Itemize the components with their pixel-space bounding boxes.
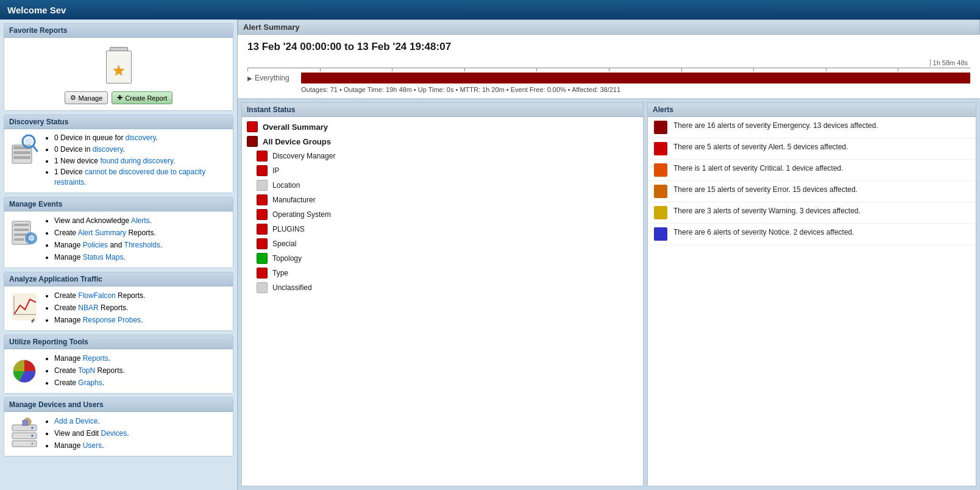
manufacturer-indicator [257, 194, 268, 205]
status-item-special[interactable]: Special [242, 236, 643, 251]
discovery-icon [9, 133, 40, 168]
reporting-tools-header: Utilize Reporting Tools [4, 335, 233, 349]
topology-label: Topology [272, 254, 302, 263]
discovery-link-1[interactable]: discovery [126, 133, 156, 142]
everything-stats: Outages: 71 • Outage Time: 19h 48m • Up … [247, 86, 970, 93]
discovery-link-2[interactable]: discovery [93, 145, 123, 154]
plugins-label: PLUGINS [272, 225, 305, 233]
status-item-discovery-mgr[interactable]: Discovery Manager [242, 149, 643, 163]
reporting-tools-text: Manage Reports. Create TopN Reports. Cre… [44, 353, 125, 389]
topn-link[interactable]: TopN [78, 366, 95, 375]
type-indicator [257, 268, 268, 279]
tick-2 [320, 68, 392, 71]
svg-rect-8 [14, 224, 29, 226]
topology-indicator [257, 253, 268, 264]
tick-9 [826, 68, 898, 71]
bottom-right: Instant Status Overall Summary All Devic… [238, 99, 980, 490]
status-item-plugins[interactable]: PLUGINS [242, 222, 643, 236]
favorite-reports-icon: ★ [101, 44, 137, 87]
status-item-all-groups[interactable]: All Device Groups [242, 134, 643, 149]
notice-text: There are 6 alerts of severity Notice. 2… [673, 227, 854, 238]
timeline-time-label: 1h 58m 48s [247, 59, 970, 66]
os-indicator [257, 209, 268, 220]
discovery-status-body: 0 Device in queue for discovery. 0 Devic… [4, 129, 233, 193]
cannot-discover-link[interactable]: cannot be discovered due to capacity res… [54, 168, 205, 186]
devices-link[interactable]: Devices [101, 429, 127, 438]
alert-item-emergency: There are 16 alerts of severity Emergenc… [648, 117, 976, 138]
status-item-ip[interactable]: IP [242, 163, 643, 178]
emergency-text: There are 16 alerts of severity Emergenc… [673, 121, 878, 131]
unclassified-indicator [257, 282, 268, 293]
users-link[interactable]: Users [83, 441, 102, 450]
overall-label: Overall Summary [263, 122, 328, 132]
status-item-location[interactable]: Location [242, 178, 643, 193]
graphs-link[interactable]: Graphs [78, 378, 102, 387]
nbar-link[interactable]: NBAR [78, 304, 98, 312]
alerts-header: Alerts [648, 103, 976, 117]
reports-link[interactable]: Reports [83, 354, 108, 363]
status-item-unclassified[interactable]: Unclassified [242, 280, 643, 295]
manage-devices-section: Manage Devices and Users [4, 397, 233, 456]
alert-date-range: 13 Feb '24 00:00:00 to 13 Feb '24 19:48:… [247, 35, 970, 57]
all-groups-indicator [247, 136, 258, 147]
analyze-traffic-text: Create FlowFalcon Reports. Create NBAR R… [44, 290, 145, 327]
analyze-traffic-section: Analyze Application Traffic Create FlowF… [4, 272, 233, 331]
analyze-traffic-body: Create FlowFalcon Reports. Create NBAR R… [4, 286, 233, 330]
emergency-indicator [654, 121, 667, 134]
everything-label: ▶ Everything [247, 74, 296, 82]
plus-icon: ✚ [117, 94, 122, 102]
ip-indicator [257, 165, 268, 176]
page-title: Welcome Sev [7, 5, 66, 15]
status-item-overall[interactable]: Overall Summary [242, 119, 643, 134]
add-device-link[interactable]: Add a Device [54, 417, 98, 425]
events-icon: ⚙ [9, 215, 40, 250]
notice-indicator [654, 227, 667, 241]
alert-text: There are 5 alerts of severity Alert. 5 … [673, 142, 848, 152]
status-list: Overall Summary All Device Groups Discov… [242, 117, 643, 297]
discovery-status-text: 0 Device in queue for discovery. 0 Devic… [44, 133, 228, 189]
critical-text: There is 1 alert of severity Critical. 1… [673, 163, 843, 174]
gear-icon: ⚙ [70, 94, 76, 102]
traffic-icon [9, 290, 40, 325]
status-item-manufacturer[interactable]: Manufacturer [242, 193, 643, 207]
policies-link[interactable]: Policies [83, 241, 108, 249]
special-indicator [257, 238, 268, 249]
svg-rect-3 [13, 156, 30, 159]
status-item-os[interactable]: Operating System [242, 207, 643, 222]
timeline-area: 1h 58m 48s ▶ Everyt [247, 59, 970, 93]
alerts-panel: Alerts There are 16 alerts of severity E… [647, 102, 976, 486]
reporting-icon [9, 353, 40, 388]
create-report-button[interactable]: ✚ Create Report [112, 91, 172, 104]
svg-point-22 [31, 427, 34, 429]
clipboard-icon: ★ [104, 47, 134, 83]
flowfalcon-link[interactable]: FlowFalcon [78, 291, 115, 300]
status-maps-link[interactable]: Status Maps [83, 253, 124, 261]
tick-3 [392, 68, 464, 71]
tick-7 [681, 68, 754, 71]
found-during-link[interactable]: found during discovery. [100, 157, 175, 165]
svg-rect-26 [23, 421, 27, 425]
warning-text: There are 3 alerts of severity Warning. … [673, 206, 861, 216]
alert-summary-link[interactable]: Alert Summary [78, 229, 126, 237]
instant-status-panel: Instant Status Overall Summary All Devic… [241, 102, 644, 486]
manage-events-section: Manage Events ⚙ View and Acknow [4, 197, 233, 268]
special-label: Special [272, 240, 296, 248]
manage-button[interactable]: ⚙ Manage [65, 91, 108, 104]
devices-icon [9, 416, 40, 451]
status-item-topology[interactable]: Topology [242, 251, 643, 266]
response-probes-link[interactable]: Response Probes [83, 316, 141, 324]
manufacturer-label: Manufacturer [272, 196, 316, 204]
analyze-traffic-header: Analyze Application Traffic [4, 272, 233, 286]
ip-label: IP [272, 166, 279, 175]
manage-events-text: View and Acknowledge Alerts. Create Aler… [44, 215, 162, 264]
error-indicator [654, 185, 667, 198]
reporting-tools-body: Manage Reports. Create TopN Reports. Cre… [4, 349, 233, 393]
manage-devices-text: Add a Device. View and Edit Devices. Man… [44, 416, 129, 452]
alerts-link[interactable]: Alerts [131, 216, 150, 225]
everything-timeline-bar[interactable] [301, 73, 970, 83]
critical-indicator [654, 163, 667, 177]
status-item-type[interactable]: Type [242, 266, 643, 280]
location-indicator [257, 180, 268, 191]
expand-arrow[interactable]: ▶ [247, 75, 252, 82]
thresholds-link[interactable]: Thresholds [124, 241, 160, 249]
